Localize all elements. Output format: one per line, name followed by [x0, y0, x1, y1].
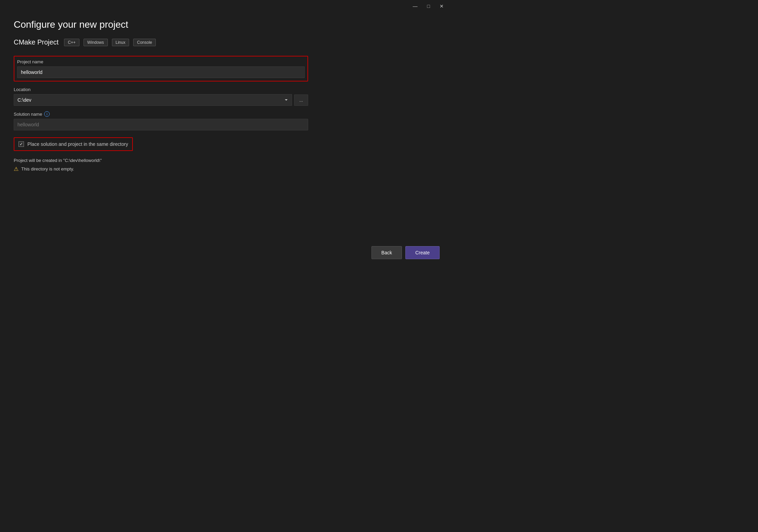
tag-cpp: C++ — [64, 39, 79, 46]
tag-console: Console — [133, 39, 156, 46]
create-button[interactable]: Create — [405, 246, 440, 259]
project-name-input[interactable] — [17, 66, 305, 78]
project-type-row: CMake Project C++ Windows Linux Console — [14, 38, 436, 46]
maximize-button[interactable]: □ — [425, 3, 432, 10]
project-path-info: Project will be created in "C:\dev\hello… — [14, 158, 308, 163]
solution-name-label: Solution name i — [14, 111, 308, 117]
warning-icon: ⚠ — [14, 166, 18, 172]
tag-windows: Windows — [84, 39, 108, 46]
warning-row: ⚠ This directory is not empty. — [14, 166, 308, 172]
same-directory-checkbox[interactable] — [18, 141, 24, 147]
main-content: Configure your new project CMake Project… — [0, 12, 450, 179]
project-name-label: Project name — [17, 59, 305, 64]
minimize-button[interactable]: — — [411, 3, 420, 10]
project-type-name: CMake Project — [14, 38, 59, 46]
page-title: Configure your new project — [14, 19, 436, 30]
back-button[interactable]: Back — [371, 246, 402, 259]
warning-text: This directory is not empty. — [21, 166, 74, 172]
form-section: Project name Location C:\dev ... Solutio… — [14, 56, 308, 172]
location-field-group: Location C:\dev ... — [14, 87, 308, 106]
same-directory-checkbox-container[interactable]: Place solution and project in the same d… — [14, 137, 133, 151]
location-label: Location — [14, 87, 308, 92]
solution-name-info-icon[interactable]: i — [44, 111, 50, 117]
same-directory-label: Place solution and project in the same d… — [27, 141, 128, 147]
project-name-container: Project name — [14, 56, 308, 81]
browse-button[interactable]: ... — [294, 94, 308, 106]
footer: Back Create — [371, 246, 440, 259]
close-button[interactable]: ✕ — [438, 3, 446, 10]
location-dropdown[interactable]: C:\dev — [14, 94, 292, 106]
solution-name-input[interactable] — [14, 119, 308, 130]
title-bar: — □ ✕ — [0, 0, 450, 12]
tag-linux: Linux — [112, 39, 129, 46]
location-row: C:\dev ... — [14, 94, 308, 106]
solution-name-field-group: Solution name i — [14, 111, 308, 130]
